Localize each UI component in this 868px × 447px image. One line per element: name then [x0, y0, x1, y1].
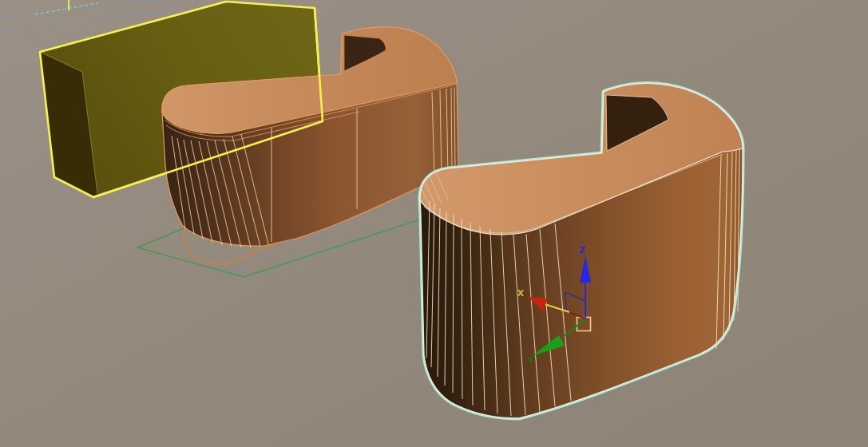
viewport[interactable]: Z X Y — [0, 0, 868, 447]
gizmo-y-label: Y — [527, 355, 535, 366]
gizmo-z-label: Z — [579, 245, 585, 255]
gizmo-x-label: X — [517, 288, 525, 299]
viewport-canvas[interactable]: Z X Y — [0, 0, 868, 447]
